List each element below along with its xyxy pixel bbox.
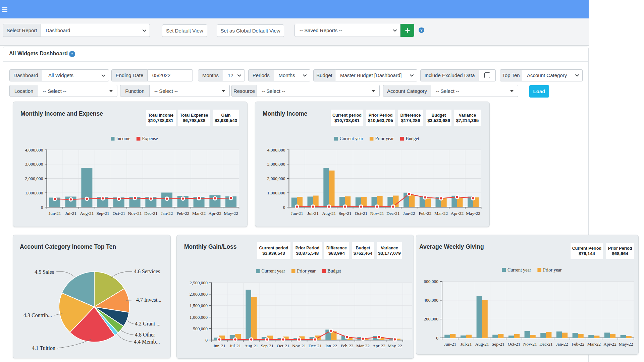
svg-text:Feb-22: Feb-22 — [176, 211, 189, 216]
svg-text:2,000,000: 2,000,000 — [267, 176, 285, 181]
svg-text:Income: Income — [116, 136, 130, 141]
svg-text:1,000,000: 1,000,000 — [267, 190, 285, 195]
svg-text:May-22: May-22 — [224, 211, 238, 216]
svg-text:May-22: May-22 — [388, 343, 402, 348]
svg-text:Nov-21: Nov-21 — [370, 211, 384, 216]
svg-text:Jun-21: Jun-21 — [49, 211, 61, 216]
svg-text:May-22: May-22 — [619, 342, 633, 347]
svg-text:Aug-21: Aug-21 — [244, 343, 258, 348]
svg-text:Nov-21: Nov-21 — [523, 342, 537, 347]
svg-text:Sep-21: Sep-21 — [261, 343, 273, 348]
svg-text:Aug-21: Aug-21 — [322, 211, 336, 216]
svg-text:Jan-22: Jan-22 — [556, 342, 568, 347]
svg-text:0: 0 — [41, 205, 43, 210]
svg-text:Sep-21: Sep-21 — [338, 211, 351, 216]
svg-text:Jun-21: Jun-21 — [291, 211, 303, 216]
svg-text:Jan-22: Jan-22 — [403, 211, 415, 216]
svg-text:3,000,000: 3,000,000 — [267, 162, 285, 167]
svg-text:Prior year: Prior year — [297, 268, 316, 274]
svg-text:2,000,000: 2,000,000 — [25, 176, 43, 181]
svg-text:200,000: 200,000 — [424, 316, 438, 321]
svg-text:0: 0 — [436, 336, 438, 341]
svg-text:2,000,000: 2,000,000 — [190, 292, 208, 297]
svg-text:Feb-22: Feb-22 — [419, 211, 431, 216]
svg-text:Apr-22: Apr-22 — [209, 211, 222, 216]
svg-text:4.5 Sales: 4.5 Sales — [35, 269, 54, 275]
svg-text:Prior year: Prior year — [543, 267, 562, 273]
svg-text:Sep-21: Sep-21 — [492, 342, 504, 347]
svg-text:Jul-21: Jul-21 — [65, 211, 76, 216]
svg-text:Apr-22: Apr-22 — [451, 211, 464, 216]
svg-text:4.7 Invest...: 4.7 Invest... — [136, 297, 161, 303]
svg-text:Oct-21: Oct-21 — [277, 343, 289, 348]
svg-text:Mar-22: Mar-22 — [192, 211, 206, 216]
svg-text:Dec-21: Dec-21 — [539, 342, 553, 347]
svg-text:May-22: May-22 — [466, 211, 480, 216]
svg-text:Nov-21: Nov-21 — [292, 343, 306, 348]
svg-text:Oct-21: Oct-21 — [355, 211, 368, 216]
svg-text:Nov-21: Nov-21 — [128, 211, 142, 216]
svg-text:Dec-21: Dec-21 — [386, 211, 400, 216]
svg-text:4.2 Grant ...: 4.2 Grant ... — [135, 321, 160, 326]
svg-text:1,000,000: 1,000,000 — [190, 315, 208, 320]
svg-text:Prior year: Prior year — [375, 136, 394, 141]
svg-text:4,000,000: 4,000,000 — [25, 147, 43, 153]
svg-text:Current year: Current year — [340, 136, 364, 141]
svg-text:500,000: 500,000 — [193, 326, 208, 331]
svg-text:Budget: Budget — [406, 136, 419, 141]
svg-text:4.1 Tuition: 4.1 Tuition — [32, 345, 55, 351]
svg-text:Aug-21: Aug-21 — [80, 211, 94, 216]
svg-text:1,000,000: 1,000,000 — [25, 190, 43, 195]
svg-text:Jan-22: Jan-22 — [161, 211, 173, 216]
svg-text:4.3 Contrib...: 4.3 Contrib... — [23, 312, 52, 318]
svg-text:Current year: Current year — [507, 267, 531, 273]
svg-text:3,000,000: 3,000,000 — [25, 162, 43, 167]
svg-text:Aug-21: Aug-21 — [475, 342, 489, 347]
svg-text:Budget: Budget — [327, 268, 341, 274]
svg-text:Feb-22: Feb-22 — [340, 343, 353, 348]
svg-text:Mar-22: Mar-22 — [434, 211, 448, 216]
svg-text:4,000,000: 4,000,000 — [267, 147, 285, 153]
svg-text:4.4 Memb...: 4.4 Memb... — [134, 339, 160, 345]
svg-text:Apr-22: Apr-22 — [603, 342, 616, 347]
svg-text:Jul-21: Jul-21 — [307, 211, 319, 216]
svg-text:Jun-21: Jun-21 — [213, 343, 225, 348]
svg-text:Current year: Current year — [262, 268, 285, 274]
svg-text:Sep-21: Sep-21 — [96, 211, 109, 216]
svg-text:1,500,000: 1,500,000 — [190, 303, 208, 308]
svg-text:Expense: Expense — [142, 136, 158, 141]
svg-text:Dec-21: Dec-21 — [144, 211, 158, 216]
svg-text:Mar-22: Mar-22 — [356, 343, 370, 348]
svg-text:4.8 Other: 4.8 Other — [135, 332, 155, 338]
svg-text:Oct-21: Oct-21 — [113, 211, 125, 216]
svg-text:Dec-21: Dec-21 — [308, 343, 322, 348]
svg-text:Apr-22: Apr-22 — [372, 343, 385, 348]
svg-text:Mar-22: Mar-22 — [587, 342, 601, 347]
svg-text:4.6 Services: 4.6 Services — [134, 268, 160, 274]
svg-text:Jan-22: Jan-22 — [325, 343, 337, 348]
svg-text:Feb-22: Feb-22 — [572, 342, 584, 347]
svg-text:Oct-21: Oct-21 — [508, 342, 521, 347]
svg-text:Jul-21: Jul-21 — [230, 343, 241, 348]
svg-text:Jun-21: Jun-21 — [444, 342, 456, 347]
svg-text:0: 0 — [283, 205, 285, 210]
svg-text:600,000: 600,000 — [424, 279, 438, 284]
svg-text:0: 0 — [205, 338, 208, 343]
svg-text:Jul-21: Jul-21 — [461, 342, 472, 347]
svg-text:2,500,000: 2,500,000 — [190, 280, 208, 285]
svg-text:400,000: 400,000 — [424, 298, 438, 303]
